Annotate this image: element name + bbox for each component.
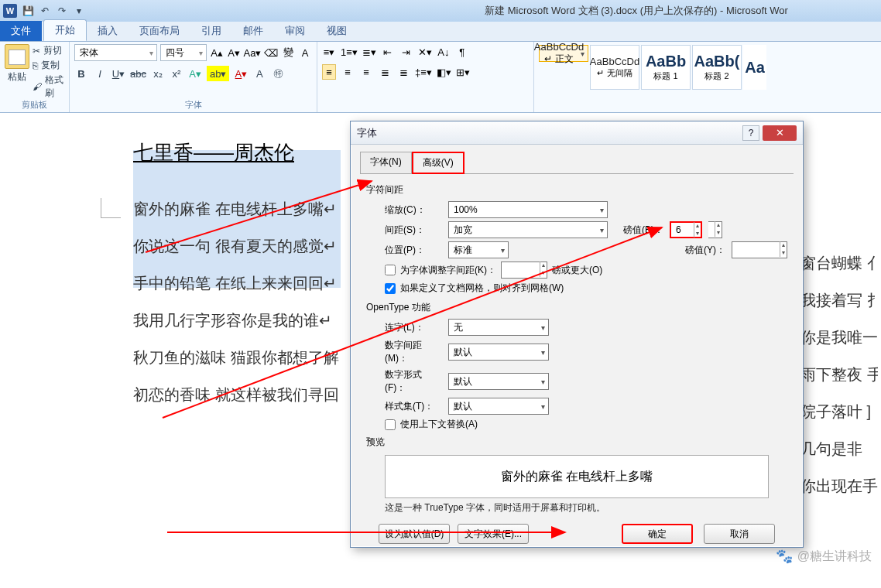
watermark: 🐾 @糖生讲科技 — [776, 548, 872, 565]
undo-icon[interactable]: ↶ — [39, 5, 51, 17]
sort-icon[interactable]: A↓ — [437, 44, 451, 60]
dialog-help-button[interactable]: ? — [742, 125, 759, 141]
align-center-icon[interactable]: ≡ — [341, 64, 355, 80]
document-body[interactable]: 七里香——周杰伦 窗外的麻雀 在电线杆上多嘴↵ 你说这一句 很有夏天的感觉↵ 手… — [133, 128, 339, 413]
bold-button[interactable]: B — [74, 66, 88, 81]
font-name-combo[interactable]: 宋体 — [74, 44, 157, 61]
kerning-size-input[interactable] — [501, 262, 547, 279]
scale-label: 缩放(C)： — [385, 203, 442, 217]
strikethrough-button[interactable]: abc — [130, 66, 146, 81]
numform-select[interactable]: 默认 — [448, 373, 549, 390]
doc-line: 初恋的香味 就这样被我们寻回 — [133, 376, 339, 413]
enclose-icon[interactable]: A — [298, 45, 312, 60]
style-heading2[interactable]: AaBb( 标题 2 — [692, 45, 742, 90]
tab-layout[interactable]: 页面布局 — [129, 21, 190, 41]
spacing-by-spinner[interactable] — [708, 221, 722, 238]
scale-select[interactable]: 100% — [448, 201, 608, 218]
group-paragraph: ≡▾ 1≡▾ ≣▾ ⇤ ⇥ ✕▾ A↓ ¶ ≡ ≡ ≡ ≣ ≣ ‡≡▾ ◧▾ ⊞… — [317, 42, 534, 112]
shading-icon[interactable]: ◧▾ — [437, 64, 451, 80]
cut-button[interactable]: ✂剪切 — [33, 44, 64, 57]
dialog-tab-advanced[interactable]: 高级(V) — [412, 152, 464, 174]
doc-line: 雨下整夜 手 — [800, 356, 878, 393]
ligatures-select[interactable]: 无 — [448, 319, 549, 336]
word-app-icon: W — [3, 4, 17, 18]
doc-line: 你说这一句 很有夏天的感觉↵ — [133, 227, 339, 265]
scissors-icon: ✂ — [33, 46, 40, 56]
paw-icon: 🐾 — [776, 548, 793, 565]
tab-mailings[interactable]: 邮件 — [232, 21, 274, 41]
style-more[interactable]: Aa — [743, 45, 766, 90]
style-normal[interactable]: AaBbCcDd ↵ 正文 — [539, 45, 588, 62]
spacing-by-input[interactable]: 6 — [670, 221, 702, 238]
paste-button[interactable]: 粘贴 — [5, 44, 29, 100]
align-right-icon[interactable]: ≡ — [359, 64, 373, 80]
snap-grid-checkbox[interactable] — [385, 283, 396, 294]
grow-font-icon[interactable]: A▴ — [210, 45, 224, 60]
decrease-indent-icon[interactable]: ⇤ — [381, 44, 395, 60]
tab-references[interactable]: 引用 — [190, 21, 232, 41]
increase-indent-icon[interactable]: ⇥ — [399, 44, 413, 60]
align-justify-icon[interactable]: ≣ — [378, 64, 392, 80]
style-heading1[interactable]: AaBb 标题 1 — [641, 45, 691, 90]
align-left-icon[interactable]: ≡ — [322, 64, 336, 80]
tab-review[interactable]: 审阅 — [274, 21, 316, 41]
dialog-tab-font[interactable]: 字体(N) — [360, 152, 412, 174]
ribbon: 粘贴 ✂剪切 ⎘复制 🖌格式刷 剪贴板 宋体 四号 A▴ A▾ Aa▾ ⌫ 變 … — [0, 42, 881, 113]
contextual-checkbox[interactable] — [385, 419, 396, 430]
dialog-titlebar[interactable]: 字体 ? ✕ — [351, 121, 803, 145]
show-marks-icon[interactable]: ¶ — [455, 44, 469, 60]
highlight-button[interactable]: ab▾ — [207, 66, 229, 81]
text-effects-button[interactable]: A▾ — [188, 66, 202, 81]
cancel-button[interactable]: 取消 — [704, 524, 775, 544]
asian-layout-icon[interactable]: ✕▾ — [418, 44, 432, 60]
change-case-icon[interactable]: Aa▾ — [244, 45, 261, 60]
preview-note: 这是一种 TrueType 字体，同时适用于屏幕和打印机。 — [385, 501, 769, 514]
position-select[interactable]: 标准 — [448, 241, 509, 258]
section-char-spacing: 字符间距 — [366, 183, 787, 197]
line-spacing-icon[interactable]: ‡≡▾ — [415, 64, 432, 80]
dialog-close-button[interactable]: ✕ — [763, 125, 797, 141]
char-border-icon[interactable]: A — [252, 66, 266, 81]
styleset-select[interactable]: 默认 — [448, 398, 549, 415]
shrink-font-icon[interactable]: A▾ — [227, 45, 241, 60]
kerning-unit: 磅或更大(O) — [552, 264, 602, 277]
tab-insert[interactable]: 插入 — [87, 21, 129, 41]
bullets-icon[interactable]: ≡▾ — [322, 44, 336, 60]
save-icon[interactable]: 💾 — [22, 5, 34, 17]
ok-button[interactable]: 确定 — [622, 524, 693, 544]
underline-button[interactable]: U▾ — [111, 66, 125, 81]
ribbon-tabs: 文件 开始 插入 页面布局 引用 邮件 审阅 视图 — [0, 22, 881, 42]
font-color-button[interactable]: A▾ — [234, 66, 248, 81]
text-effects-button[interactable]: 文字效果(E)... — [458, 524, 529, 544]
doc-line: 我接着写 扌 — [800, 282, 878, 319]
borders-icon[interactable]: ⊞▾ — [456, 64, 470, 80]
spacing-select[interactable]: 加宽 — [448, 221, 608, 238]
subscript-button[interactable]: x₂ — [151, 66, 165, 81]
clear-format-icon[interactable]: ⌫ — [264, 45, 278, 60]
font-size-combo[interactable]: 四号 — [160, 44, 207, 61]
align-distribute-icon[interactable]: ≣ — [396, 64, 410, 80]
numspacing-select[interactable]: 默认 — [448, 344, 549, 361]
preview-label: 预览 — [366, 436, 787, 449]
position-label: 位置(P)： — [385, 244, 442, 257]
format-painter-button[interactable]: 🖌格式刷 — [33, 74, 64, 100]
style-no-spacing[interactable]: AaBbCcDd ↵ 无间隔 — [590, 45, 639, 90]
tab-view[interactable]: 视图 — [316, 21, 358, 41]
window-title: 新建 Microsoft Word 文档 (3).docx (用户上次保存的) … — [85, 4, 878, 18]
italic-button[interactable]: I — [93, 66, 107, 81]
redo-icon[interactable]: ↷ — [56, 5, 68, 17]
numbering-icon[interactable]: 1≡▾ — [341, 44, 358, 60]
char-shading-icon[interactable]: ㊕ — [271, 66, 285, 81]
position-by-input[interactable] — [732, 241, 787, 258]
set-default-button[interactable]: 设为默认值(D) — [379, 524, 450, 544]
copy-button[interactable]: ⎘复制 — [33, 59, 64, 72]
phonetic-icon[interactable]: 變 — [281, 45, 295, 60]
dialog-panel: 字符间距 缩放(C)： 100% 间距(S)： 加宽 磅值(B)： 6 位置(P… — [360, 173, 794, 547]
superscript-button[interactable]: x² — [170, 66, 183, 81]
multilevel-icon[interactable]: ≣▾ — [362, 44, 376, 60]
tab-file[interactable]: 文件 — [0, 21, 42, 41]
group-clipboard: 粘贴 ✂剪切 ⎘复制 🖌格式刷 剪贴板 — [0, 42, 70, 112]
kerning-checkbox[interactable] — [385, 265, 396, 275]
qat-dropdown-icon[interactable]: ▾ — [73, 5, 85, 17]
tab-home[interactable]: 开始 — [43, 19, 87, 41]
